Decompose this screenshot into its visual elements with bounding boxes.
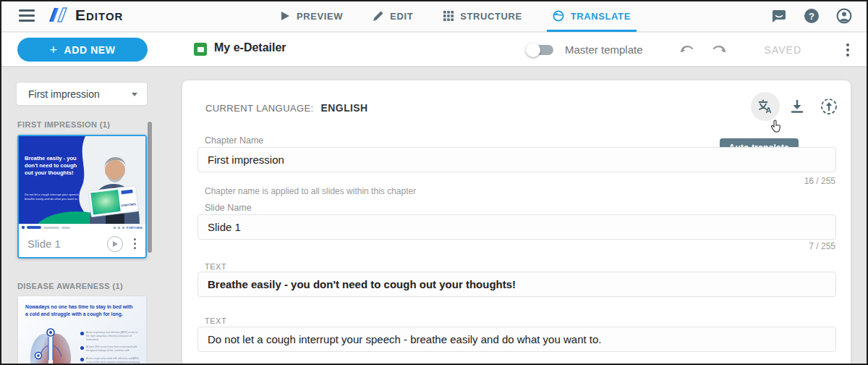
more-options-button[interactable] bbox=[843, 41, 852, 59]
redo-button[interactable] bbox=[711, 43, 727, 57]
document-toolbar: + ADD NEW My e-Detailer Master template … bbox=[0, 33, 868, 67]
tab-structure[interactable]: STRUCTURE bbox=[443, 0, 522, 32]
download-button[interactable] bbox=[781, 91, 813, 122]
tab-edit[interactable]: EDIT bbox=[373, 0, 413, 32]
translate-panel: CURRENT LANGUAGE: ENGLISH A bbox=[182, 80, 851, 365]
slide-mini-navbar: FORTORIS bbox=[19, 224, 145, 230]
logo-icon bbox=[48, 6, 69, 25]
master-template-toggle[interactable] bbox=[529, 45, 553, 55]
upload-button[interactable] bbox=[813, 91, 845, 122]
pencil-icon bbox=[373, 11, 383, 21]
text-field-1-input[interactable] bbox=[197, 272, 836, 297]
auto-translate-button[interactable]: A bbox=[749, 91, 781, 122]
master-template-label: Master template bbox=[565, 43, 643, 56]
download-icon bbox=[790, 99, 804, 114]
slide2-bullets: Acute respiratory viral infection (ARVI)… bbox=[80, 331, 141, 365]
undo-icon bbox=[679, 43, 695, 54]
tab-preview[interactable]: PREVIEW bbox=[281, 0, 343, 32]
brand-logo-mini: FORTORIS bbox=[127, 226, 142, 230]
slide-thumbnail: FORTORIS Breathe easily - you don't need… bbox=[19, 136, 145, 224]
globe-icon bbox=[553, 10, 564, 22]
sidebar-scrollbar[interactable] bbox=[148, 122, 152, 253]
slide-name-counter: 7 / 255 bbox=[809, 241, 835, 251]
text-field-1-label: TEXT bbox=[205, 262, 226, 271]
save-status: SAVED bbox=[765, 44, 801, 56]
bullet-icon bbox=[80, 346, 84, 350]
slide-play-button[interactable] bbox=[107, 236, 123, 252]
main-tabs: PREVIEW EDIT STRUCTURE TRANSLATE bbox=[281, 0, 631, 32]
account-button[interactable] bbox=[836, 8, 852, 24]
current-language-value: ENGLISH bbox=[321, 102, 368, 114]
translate-icon: A bbox=[757, 98, 773, 114]
grid-icon bbox=[443, 11, 454, 21]
app-logo: Editor bbox=[48, 6, 123, 25]
top-app-bar: Editor PREVIEW EDIT STRUCTURE TRANSLATE bbox=[0, 0, 868, 32]
redo-icon bbox=[711, 43, 727, 54]
chapter-select[interactable]: First impression bbox=[16, 82, 148, 106]
hand-cursor-icon bbox=[770, 119, 783, 134]
bullet-icon bbox=[80, 358, 84, 361]
slide-name-input[interactable] bbox=[197, 214, 836, 240]
svg-text:?: ? bbox=[809, 11, 814, 22]
slide-thumbnail-2: Nowadays no one has time to stay in bed … bbox=[18, 296, 146, 365]
plus-icon: + bbox=[49, 43, 57, 56]
undo-button[interactable] bbox=[679, 43, 695, 57]
chevron-down-icon bbox=[132, 93, 137, 96]
slide-menu-button[interactable] bbox=[132, 236, 139, 252]
question-icon: ? bbox=[804, 8, 820, 24]
text-field-2-input[interactable] bbox=[197, 327, 836, 352]
slide-headline: Breathe easily - you don't need to cough… bbox=[25, 155, 84, 177]
svg-text:A: A bbox=[766, 106, 772, 114]
document-title: My e-Detailer bbox=[214, 41, 286, 54]
chapter-name-input[interactable] bbox=[197, 147, 836, 172]
chat-icon bbox=[771, 8, 787, 24]
lungs-illustration bbox=[24, 328, 77, 365]
section-label-first-impression: FIRST IMPRESSION (1) bbox=[17, 120, 110, 129]
upload-icon bbox=[820, 98, 838, 115]
app-title: Editor bbox=[75, 7, 123, 24]
current-language-label: CURRENT LANGUAGE: bbox=[205, 103, 314, 114]
slide-artwork: FORTORIS bbox=[19, 136, 145, 224]
section-label-disease-awareness: DISEASE AWARENESS (1) bbox=[17, 282, 123, 290]
play-icon bbox=[113, 241, 118, 247]
chapter-name-label: Chapter Name bbox=[205, 135, 263, 146]
document-type-icon bbox=[194, 43, 207, 56]
chapter-name-helper: Chapter name is applied to all slides wi… bbox=[205, 186, 416, 196]
menu-icon[interactable] bbox=[19, 9, 35, 22]
content-area: First impression FIRST IMPRESSION (1) bbox=[0, 67, 868, 365]
chapter-name-counter: 16 / 255 bbox=[804, 176, 835, 186]
slide-card-first-impression[interactable]: FORTORIS Breathe easily - you don't need… bbox=[17, 135, 147, 259]
help-button[interactable]: ? bbox=[804, 8, 820, 24]
bullet-icon bbox=[80, 332, 84, 335]
slide-subtext: Do not let a cough interrupt your speech… bbox=[25, 193, 85, 201]
text-field-2-label: TEXT bbox=[205, 316, 226, 325]
play-icon bbox=[281, 11, 290, 21]
add-new-button[interactable]: + ADD NEW bbox=[17, 38, 148, 62]
person-icon bbox=[836, 8, 852, 24]
slide-card-disease-awareness[interactable]: Nowadays no one has time to stay in bed … bbox=[17, 295, 147, 365]
slide-title: Slide 1 bbox=[27, 238, 107, 250]
chapter-select-value: First impression bbox=[28, 88, 100, 100]
slide2-headline: Nowadays no one has time to stay in bed … bbox=[25, 303, 135, 317]
tab-translate[interactable]: TRANSLATE bbox=[553, 0, 631, 32]
slide-name-label: Slide Name bbox=[205, 203, 252, 213]
chat-button[interactable] bbox=[771, 8, 787, 24]
